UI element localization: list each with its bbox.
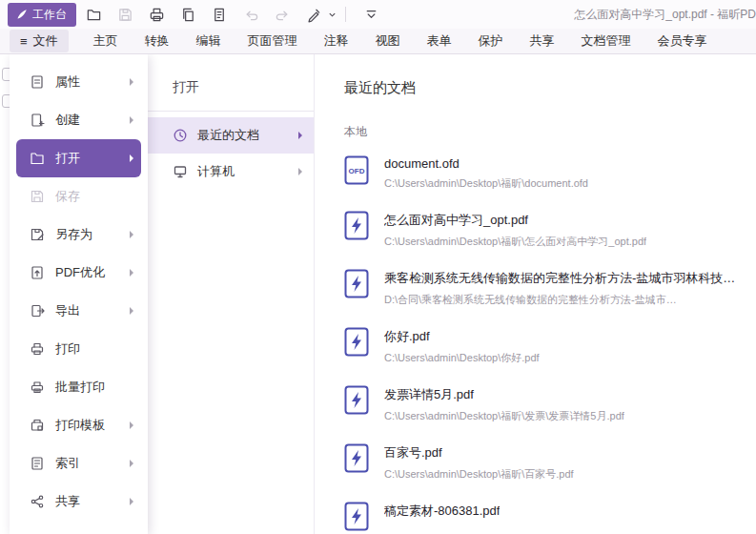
collapse-toolbar-icon[interactable] bbox=[357, 3, 385, 26]
open-submenu-panel: 打开 最近的文档 计算机 bbox=[148, 54, 315, 534]
recent-doc-row[interactable]: 怎么面对高中学习_opt.pdf C:\Users\admin\Desktop\… bbox=[344, 211, 756, 249]
tab-document-management[interactable]: 文档管理 bbox=[568, 29, 644, 53]
workspace-button[interactable]: 工作台 bbox=[8, 3, 76, 27]
batch-print-icon bbox=[30, 380, 45, 395]
file-menu-item-share[interactable]: 共享 bbox=[16, 483, 141, 521]
file-menu-item-batch-print[interactable]: 批量打印 bbox=[16, 368, 141, 406]
pen-tool-dropdown-icon[interactable] bbox=[328, 10, 337, 19]
submenu-arrow-icon bbox=[130, 421, 133, 429]
submenu-arrow-icon bbox=[130, 498, 133, 505]
doc-name: 发票详情5月.pdf bbox=[384, 386, 624, 403]
submenu-arrow-icon bbox=[130, 154, 133, 162]
background-icon-fragment bbox=[2, 68, 10, 81]
file-menu-label: 创建 bbox=[55, 112, 80, 129]
create-icon bbox=[30, 113, 45, 128]
foxit-pdf-window: 工作台 怎么面对高中学习_opt bbox=[0, 0, 756, 534]
doc-path: D:\合同\乘客检测系统无线传输数据的完整性分析方法-盐城市… bbox=[384, 293, 735, 307]
tab-view[interactable]: 视图 bbox=[362, 29, 414, 53]
undo-icon[interactable] bbox=[236, 3, 265, 26]
file-menu-label: 共享 bbox=[55, 493, 80, 510]
recent-doc-row[interactable]: 稿定素材-806381.pdf bbox=[344, 502, 756, 531]
print-template-icon bbox=[30, 418, 45, 433]
doc-path: C:\Users\admin\Desktop\福昕\怎么面对高中学习_opt.p… bbox=[384, 235, 646, 249]
file-menu-item-save-as[interactable]: 另存为 bbox=[16, 216, 141, 254]
file-menu-item-save[interactable]: 保存 bbox=[16, 177, 141, 216]
new-page-icon[interactable] bbox=[205, 3, 234, 26]
redo-icon[interactable] bbox=[268, 3, 296, 26]
tab-edit[interactable]: 编辑 bbox=[183, 29, 235, 53]
pdf-file-icon bbox=[344, 327, 369, 357]
pdf-file-icon bbox=[344, 443, 369, 473]
file-menu-label: 索引 bbox=[55, 455, 80, 472]
pdf-file-icon bbox=[344, 385, 369, 415]
quick-access-toolbar: 工作台 怎么面对高中学习_opt bbox=[0, 0, 756, 29]
background-strip bbox=[0, 54, 10, 534]
open-panel-item-recent[interactable]: 最近的文档 bbox=[148, 117, 314, 154]
doc-name: document.ofd bbox=[384, 156, 588, 171]
tab-share[interactable]: 共享 bbox=[517, 29, 568, 53]
share-icon bbox=[30, 494, 45, 509]
index-icon bbox=[30, 456, 45, 471]
hamburger-icon: ≡ bbox=[20, 35, 28, 48]
doc-name: 百家号.pdf bbox=[384, 444, 574, 462]
recent-doc-row[interactable]: OFD document.ofd C:\Users\admin\Desktop\… bbox=[344, 155, 756, 191]
ofd-file-icon: OFD bbox=[344, 155, 369, 185]
svg-text:OFD: OFD bbox=[349, 167, 365, 175]
recent-doc-row[interactable]: 你好.pdf C:\Users\admin\Desktop\你好.pdf bbox=[344, 327, 756, 365]
foxit-quill-icon bbox=[15, 9, 28, 21]
pen-tool-icon[interactable] bbox=[299, 3, 328, 26]
submenu-arrow-icon bbox=[130, 116, 133, 124]
doc-name: 怎么面对高中学习_opt.pdf bbox=[384, 212, 646, 229]
background-icon-fragment bbox=[2, 94, 10, 108]
tab-convert[interactable]: 转换 bbox=[132, 29, 183, 53]
recent-documents-title: 最近的文档 bbox=[344, 79, 756, 97]
file-menu-item-print[interactable]: 打印 bbox=[16, 330, 141, 368]
file-menu-item-pdf-optimize[interactable]: PDF优化 bbox=[16, 254, 141, 292]
submenu-arrow-icon bbox=[298, 132, 302, 139]
file-menu-label: 打开 bbox=[55, 150, 80, 167]
file-menu-label: 导出 bbox=[55, 302, 80, 319]
file-menu-item-print-template[interactable]: 打印模板 bbox=[16, 406, 141, 444]
recent-doc-row[interactable]: 百家号.pdf C:\Users\admin\Desktop\福昕\百家号.pd… bbox=[344, 443, 756, 482]
file-menu-item-create[interactable]: 创建 bbox=[16, 101, 141, 139]
copy-page-icon[interactable] bbox=[174, 3, 202, 26]
recent-doc-row[interactable]: 发票详情5月.pdf C:\Users\admin\Desktop\福昕\发票\… bbox=[344, 385, 756, 423]
open-panel-item-computer[interactable]: 计算机 bbox=[148, 154, 314, 190]
tab-comment[interactable]: 注释 bbox=[311, 29, 362, 53]
doc-name: 稿定素材-806381.pdf bbox=[384, 503, 500, 520]
file-menu-label: 打印 bbox=[55, 340, 80, 358]
tab-form[interactable]: 表单 bbox=[414, 29, 465, 53]
open-folder-icon[interactable] bbox=[79, 3, 108, 26]
divider bbox=[148, 111, 314, 112]
window-title: 怎么面对高中学习_opt.pdf - 福昕PD bbox=[574, 7, 756, 23]
doc-path: C:\Users\admin\Desktop\福昕\百家号.pdf bbox=[384, 467, 574, 482]
open-panel-item-label: 最近的文档 bbox=[197, 127, 259, 144]
tab-protect[interactable]: 保护 bbox=[465, 29, 517, 53]
file-menu-item-export[interactable]: 导出 bbox=[16, 292, 141, 330]
file-menu-item-open[interactable]: 打开 bbox=[16, 139, 141, 177]
file-tab-label: 文件 bbox=[33, 32, 58, 50]
tab-home[interactable]: 主页 bbox=[80, 29, 132, 53]
save-as-icon bbox=[30, 227, 45, 242]
submenu-arrow-icon bbox=[130, 307, 133, 315]
doc-name: 乘客检测系统无线传输数据的完整性分析方法-盐城市羽林科技… bbox=[384, 270, 735, 287]
tab-page-management[interactable]: 页面管理 bbox=[235, 29, 311, 53]
file-backstage: 属性 创建 打开 保存 另存为 bbox=[0, 54, 756, 534]
pdf-file-icon bbox=[344, 269, 369, 298]
print-icon bbox=[30, 341, 45, 357]
tab-file[interactable]: ≡ 文件 bbox=[10, 30, 69, 52]
pdf-optimize-icon bbox=[30, 265, 45, 280]
computer-icon bbox=[173, 164, 188, 179]
properties-icon bbox=[30, 74, 45, 90]
tab-member-exclusive[interactable]: 会员专享 bbox=[644, 29, 721, 53]
file-menu-label: PDF优化 bbox=[55, 264, 105, 281]
open-icon bbox=[30, 151, 45, 166]
print-icon[interactable] bbox=[142, 3, 171, 26]
file-menu-label: 打印模板 bbox=[55, 417, 105, 434]
file-menu-item-properties[interactable]: 属性 bbox=[16, 63, 141, 101]
file-menu-item-index[interactable]: 索引 bbox=[16, 444, 141, 483]
toolbar-separator bbox=[345, 7, 346, 22]
recent-doc-row[interactable]: 乘客检测系统无线传输数据的完整性分析方法-盐城市羽林科技… D:\合同\乘客检测… bbox=[344, 269, 756, 307]
file-menu-label: 属性 bbox=[55, 73, 80, 91]
save-icon[interactable] bbox=[111, 3, 139, 26]
